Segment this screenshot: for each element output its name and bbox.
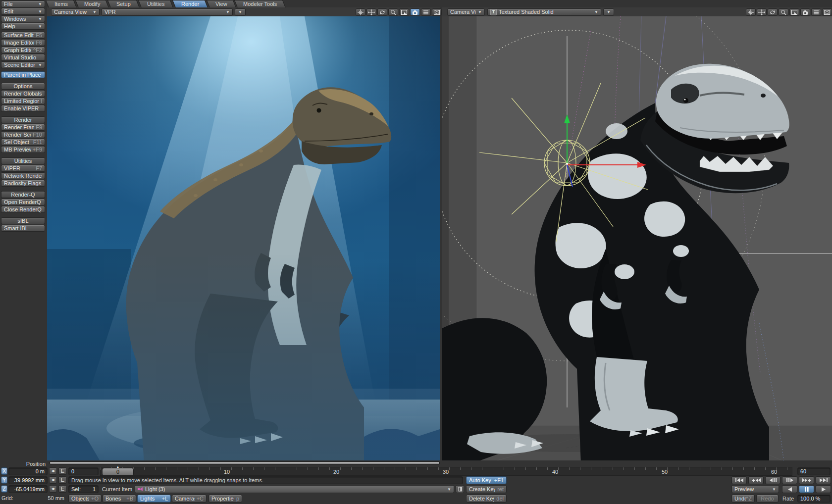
render-scene-button[interactable]: Render SceneF10 <box>1 131 45 138</box>
smart-ibl-button[interactable]: Smart IBL <box>1 225 45 232</box>
tab-items[interactable]: Items <box>46 0 77 8</box>
selection-count-field: Sel:1 <box>68 485 99 493</box>
jump-first-frame-button[interactable] <box>731 476 747 484</box>
film-icon[interactable] <box>822 8 832 16</box>
right-render-mode-dropdown[interactable]: T Textured Shaded Solid▼ <box>487 8 601 16</box>
move-icon[interactable] <box>366 8 376 16</box>
tab-setup[interactable]: Setup <box>107 0 140 8</box>
lights-button[interactable]: Lights+L <box>137 495 171 503</box>
light-item-icon <box>138 487 143 491</box>
rotate-icon[interactable] <box>768 8 778 16</box>
left-viewport-options-dropdown[interactable]: ▼ <box>235 8 246 16</box>
limited-region-button[interactable]: Limited Regionl <box>1 98 45 104</box>
close-renderq-button[interactable]: Close RenderQ <box>1 206 45 213</box>
viewport-left-header: Camera View▼ VPR▼ ▼ <box>47 7 440 16</box>
cameras-button[interactable]: Cameras+C <box>172 495 207 503</box>
virtual-studio-button[interactable]: Virtual Studio <box>1 54 45 61</box>
properties-button[interactable]: Propertiesp <box>208 495 242 503</box>
maximize-icon[interactable] <box>789 8 799 16</box>
z-value-field[interactable]: -65.0419mm <box>8 485 48 493</box>
menu-help[interactable]: Help▼ <box>1 23 45 30</box>
mb-preview-button[interactable]: MB Preview+F9 <box>1 146 45 153</box>
next-keyframe-button[interactable] <box>799 476 814 484</box>
end-frame-field[interactable]: 60 <box>797 467 831 475</box>
chevron-down-icon: ▼ <box>38 23 42 30</box>
objects-button[interactable]: Objects+O <box>68 495 102 503</box>
redo-button[interactable]: Redo <box>756 495 779 503</box>
tab-utilities[interactable]: Utilities <box>138 0 174 8</box>
radiosity-flags-button[interactable]: Radiosity Flags <box>1 180 45 187</box>
tab-view[interactable]: View <box>206 0 236 8</box>
y-stepper[interactable]: ◀▶ <box>49 476 57 484</box>
play-forward-button[interactable] <box>816 485 831 493</box>
x-stepper[interactable]: ◀▶ <box>49 467 57 475</box>
scene-editor-button[interactable]: Scene Editor▼ <box>1 61 45 68</box>
delete-key-button[interactable]: Delete Keydel <box>466 495 507 503</box>
zoom-icon[interactable] <box>779 8 788 16</box>
list-icon[interactable] <box>811 8 821 16</box>
axis-x-badge: X <box>1 467 7 475</box>
axis-y-badge: Y <box>1 476 7 484</box>
surface-editor-button[interactable]: Surface EditorF5 <box>1 32 45 39</box>
list-icon[interactable] <box>421 8 431 16</box>
pan-icon[interactable] <box>356 8 365 16</box>
timeline-ruler[interactable]: 0 ▲ 10 20 30 40 50 60 <box>100 467 792 476</box>
pause-button[interactable] <box>799 485 814 493</box>
move-icon[interactable] <box>757 8 767 16</box>
viewport-left-canvas[interactable] <box>47 16 440 463</box>
parent-in-place-button[interactable]: Parent in Place <box>1 71 45 78</box>
graph-editor-button[interactable]: Graph Editor^F2 <box>1 47 45 53</box>
next-frame-button[interactable] <box>782 476 797 484</box>
item-list-button[interactable] <box>456 485 464 493</box>
left-view-type-dropdown[interactable]: Camera View▼ <box>51 8 100 16</box>
undo-button[interactable]: Undo^Z <box>731 495 755 503</box>
menu-edit[interactable]: Edit▼ <box>1 8 45 15</box>
y-value-field[interactable]: 39.9992 mm <box>8 476 48 484</box>
viewport-right-canvas[interactable] <box>442 16 832 463</box>
z-stepper[interactable]: ◀▶ <box>49 485 57 493</box>
preview-dropdown[interactable]: Preview▼ <box>731 485 779 493</box>
viewport-left-toolbar <box>356 8 442 16</box>
x-envelope-button[interactable]: E <box>58 467 67 475</box>
camera-icon[interactable] <box>410 8 420 16</box>
render-frame-button[interactable]: Render FrameF9 <box>1 124 45 131</box>
rotate-icon[interactable] <box>377 8 387 16</box>
play-reverse-button[interactable] <box>782 485 797 493</box>
open-renderq-button[interactable]: Open RenderQ <box>1 199 45 205</box>
current-item-dropdown[interactable]: Light (3) ▼ <box>135 485 454 493</box>
menu-file[interactable]: File▼ <box>1 0 45 7</box>
network-render-button[interactable]: Network Render <box>1 172 45 179</box>
chevron-down-icon: ▼ <box>226 9 230 15</box>
left-render-mode-dropdown[interactable]: VPR▼ <box>102 8 233 16</box>
y-envelope-button[interactable]: E <box>58 476 67 484</box>
right-viewport-options-dropdown[interactable]: ▼ <box>603 8 614 16</box>
zoom-icon[interactable] <box>388 8 398 16</box>
sel-object-button[interactable]: Sel ObjectF11 <box>1 139 45 146</box>
z-envelope-button[interactable]: E <box>58 485 67 493</box>
tab-modify[interactable]: Modify <box>75 0 109 8</box>
film-icon[interactable] <box>432 8 442 16</box>
bones-button[interactable]: Bones+B <box>103 495 136 503</box>
maximize-icon[interactable] <box>399 8 409 16</box>
previous-keyframe-button[interactable] <box>748 476 764 484</box>
tab-render[interactable]: Render <box>172 0 208 8</box>
x-value-field[interactable]: 0 m <box>8 467 48 475</box>
menu-windows[interactable]: Windows▼ <box>1 15 45 22</box>
image-editor-button[interactable]: Image EditorF6 <box>1 39 45 46</box>
previous-frame-button[interactable] <box>765 476 780 484</box>
jump-last-frame-button[interactable] <box>816 476 831 484</box>
enable-viper-button[interactable]: Enable VIPER <box>1 105 45 112</box>
render-globals-button[interactable]: Render Globals <box>1 90 45 97</box>
create-key-button[interactable]: Create Keyret <box>466 485 507 493</box>
transport-controls <box>731 476 831 484</box>
right-view-type-dropdown[interactable]: Camera View▼ <box>447 8 485 16</box>
viper-button[interactable]: VIPERF7 <box>1 165 45 172</box>
pan-icon[interactable] <box>746 8 756 16</box>
tab-modeler-tools[interactable]: Modeler Tools <box>234 0 286 8</box>
rate-value-field[interactable]: 100.0 % <box>797 495 831 503</box>
current-frame-field[interactable]: 0 <box>68 467 99 475</box>
frame-slider[interactable]: 0 ▲ <box>102 468 134 476</box>
auto-key-button[interactable]: Auto Key+F1 <box>466 476 507 484</box>
camera-icon[interactable] <box>800 8 810 16</box>
viewport-hscrollbar[interactable] <box>50 461 440 464</box>
